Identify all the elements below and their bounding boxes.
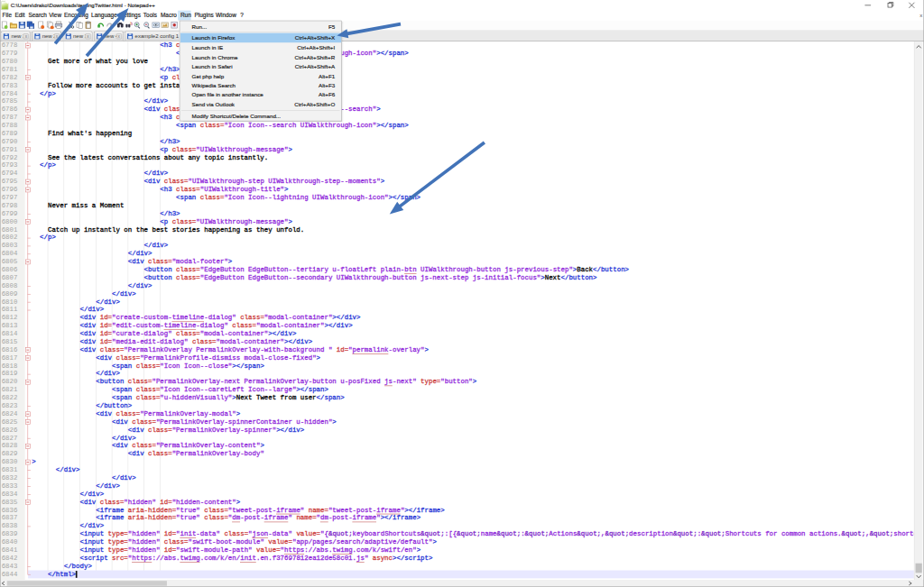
svg-text:b: b — [130, 22, 133, 26]
